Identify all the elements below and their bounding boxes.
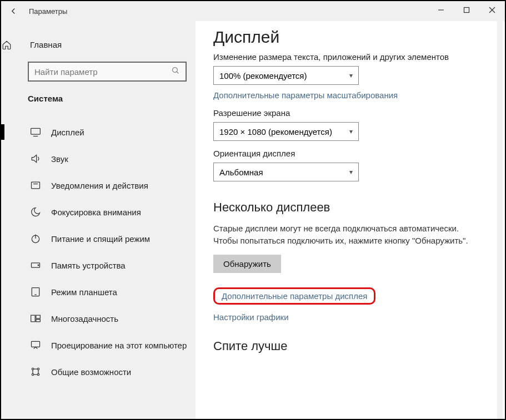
sidebar-section-title: Система — [1, 82, 196, 109]
sidebar-item-label: Память устройства — [51, 261, 126, 270]
sidebar-home-label: Главная — [30, 40, 62, 49]
sidebar-item-label: Фокусировка внимания — [51, 208, 141, 217]
svg-rect-17 — [36, 315, 41, 318]
sidebar-item-label: Многозадачность — [51, 314, 118, 323]
svg-rect-6 — [31, 128, 41, 134]
sidebar-item-label: Звук — [51, 154, 68, 164]
power-icon — [30, 233, 41, 244]
graphics-settings-link[interactable]: Настройки графики — [213, 312, 289, 322]
svg-rect-19 — [32, 341, 40, 347]
sidebar-item-display[interactable]: Дисплей — [1, 119, 196, 145]
multi-displays-heading: Несколько дисплеев — [213, 200, 483, 215]
back-button[interactable] — [1, 1, 26, 21]
svg-rect-16 — [31, 315, 36, 322]
svg-point-13 — [38, 265, 39, 266]
sidebar-nav: Дисплей Звук Уведомления и действия Фоку… — [1, 119, 196, 385]
resolution-label: Разрешение экрана — [213, 108, 483, 118]
display-icon — [30, 126, 41, 138]
window-title: Параметры — [26, 7, 67, 16]
sidebar: Главная Система Дисплей Звук — [1, 21, 196, 419]
settings-window: Параметры Главная — [0, 0, 506, 420]
svg-point-4 — [173, 68, 178, 73]
svg-rect-18 — [36, 320, 41, 322]
search-input[interactable] — [34, 67, 171, 77]
orientation-dropdown-value: Альбомная — [219, 168, 263, 177]
scale-label: Изменение размера текста, приложений и д… — [213, 52, 483, 62]
sidebar-item-label: Дисплей — [51, 128, 84, 137]
sidebar-item-notifications[interactable]: Уведомления и действия — [1, 172, 196, 199]
close-icon — [489, 7, 495, 13]
svg-line-5 — [177, 72, 178, 73]
notifications-icon — [30, 180, 41, 191]
close-button[interactable] — [479, 1, 505, 19]
svg-point-20 — [32, 368, 33, 370]
sidebar-item-label: Питание и спящий режим — [51, 234, 150, 244]
svg-point-21 — [37, 368, 39, 370]
shared-icon — [30, 366, 41, 377]
minimize-button[interactable] — [428, 1, 454, 19]
svg-rect-8 — [32, 182, 40, 189]
titlebar: Параметры — [1, 1, 505, 21]
sidebar-item-shared[interactable]: Общие возможности — [1, 358, 196, 385]
advanced-scaling-link[interactable]: Дополнительные параметры масштабирования — [213, 90, 398, 100]
sidebar-item-projecting[interactable]: Проецирование на этот компьютер — [1, 332, 196, 358]
multi-displays-text: Старые дисплеи могут не всегда подключат… — [213, 222, 469, 247]
detect-button[interactable]: Обнаружить — [213, 255, 281, 273]
sidebar-item-focus[interactable]: Фокусировка внимания — [1, 199, 196, 225]
sidebar-item-label: Проецирование на этот компьютер — [51, 341, 187, 350]
focus-icon — [30, 206, 41, 217]
chevron-down-icon: ▾ — [349, 72, 353, 79]
storage-icon — [30, 260, 41, 271]
orientation-dropdown[interactable]: Альбомная ▾ — [213, 163, 359, 181]
sidebar-item-label: Режим планшета — [51, 287, 117, 297]
multitasking-icon — [30, 313, 41, 324]
advanced-display-link[interactable]: Дополнительные параметры дисплея — [213, 287, 375, 305]
search-icon — [171, 66, 180, 77]
scale-dropdown[interactable]: 100% (рекомендуется) ▾ — [213, 66, 359, 85]
svg-point-22 — [32, 373, 33, 375]
sidebar-item-label: Уведомления и действия — [51, 181, 148, 190]
search-input-wrap[interactable] — [28, 62, 187, 82]
page-title: Дисплей — [213, 28, 483, 47]
tablet-icon — [30, 286, 41, 297]
arrow-left-icon — [8, 6, 18, 16]
maximize-icon — [463, 7, 470, 13]
sidebar-item-multitasking[interactable]: Многозадачность — [1, 305, 196, 332]
sidebar-item-sound[interactable]: Звук — [1, 145, 196, 172]
home-icon — [1, 39, 12, 50]
orientation-label: Ориентация дисплея — [213, 149, 483, 158]
sleep-better-heading: Спите лучше — [213, 339, 483, 353]
svg-rect-1 — [464, 8, 469, 13]
sidebar-item-tablet[interactable]: Режим планшета — [1, 279, 196, 305]
chevron-down-icon: ▾ — [349, 168, 353, 176]
projecting-icon — [30, 340, 41, 351]
chevron-down-icon: ▾ — [349, 128, 353, 135]
sidebar-item-label: Общие возможности — [51, 367, 131, 377]
maximize-button[interactable] — [454, 1, 479, 19]
minimize-icon — [438, 7, 444, 13]
sidebar-item-storage[interactable]: Память устройства — [1, 252, 196, 279]
scale-dropdown-value: 100% (рекомендуется) — [219, 71, 307, 80]
window-controls — [428, 1, 505, 19]
sidebar-home[interactable]: Главная — [1, 37, 196, 53]
svg-point-23 — [37, 373, 39, 375]
sound-icon — [30, 153, 41, 164]
main-content: Дисплей Изменение размера текста, прилож… — [196, 21, 505, 419]
sidebar-item-power[interactable]: Питание и спящий режим — [1, 225, 196, 252]
resolution-dropdown[interactable]: 1920 × 1080 (рекомендуется) ▾ — [213, 122, 359, 141]
resolution-dropdown-value: 1920 × 1080 (рекомендуется) — [219, 127, 332, 136]
